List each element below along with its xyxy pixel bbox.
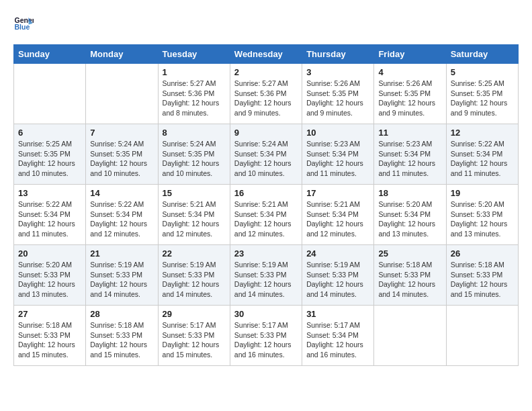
day-content: Sunrise: 5:17 AM Sunset: 5:33 PM Dayligh… (163, 320, 226, 360)
calendar-cell: 25Sunrise: 5:18 AM Sunset: 5:33 PM Dayli… (374, 245, 446, 306)
day-number: 9 (234, 128, 298, 138)
day-content: Sunrise: 5:17 AM Sunset: 5:33 PM Dayligh… (234, 320, 298, 360)
day-content: Sunrise: 5:20 AM Sunset: 5:33 PM Dayligh… (451, 199, 514, 239)
day-number: 2 (234, 67, 298, 77)
calendar-cell: 11Sunrise: 5:23 AM Sunset: 5:34 PM Dayli… (374, 124, 446, 185)
calendar-cell: 19Sunrise: 5:20 AM Sunset: 5:33 PM Dayli… (446, 185, 518, 245)
day-header-friday: Friday (374, 45, 446, 64)
day-number: 20 (18, 248, 81, 259)
calendar-table: SundayMondayTuesdayWednesdayThursdayFrid… (13, 44, 519, 366)
calendar-cell: 13Sunrise: 5:22 AM Sunset: 5:34 PM Dayli… (14, 185, 86, 245)
day-content: Sunrise: 5:19 AM Sunset: 5:33 PM Dayligh… (163, 260, 226, 300)
day-content: Sunrise: 5:27 AM Sunset: 5:36 PM Dayligh… (234, 79, 298, 118)
day-number: 23 (234, 248, 298, 259)
week-row-5: 27Sunrise: 5:18 AM Sunset: 5:33 PM Dayli… (14, 306, 519, 366)
calendar-cell: 28Sunrise: 5:18 AM Sunset: 5:33 PM Dayli… (86, 306, 158, 366)
day-number: 4 (378, 67, 441, 77)
calendar-cell: 26Sunrise: 5:18 AM Sunset: 5:33 PM Dayli… (446, 245, 518, 306)
day-content: Sunrise: 5:19 AM Sunset: 5:33 PM Dayligh… (90, 260, 153, 300)
calendar-cell: 27Sunrise: 5:18 AM Sunset: 5:33 PM Dayli… (14, 306, 86, 366)
calendar-cell (446, 306, 518, 366)
calendar-cell: 4Sunrise: 5:26 AM Sunset: 5:35 PM Daylig… (374, 64, 446, 124)
calendar-cell: 20Sunrise: 5:20 AM Sunset: 5:33 PM Dayli… (14, 245, 86, 306)
day-number: 8 (163, 128, 226, 138)
calendar-cell: 21Sunrise: 5:19 AM Sunset: 5:33 PM Dayli… (86, 245, 158, 306)
calendar-cell: 8Sunrise: 5:24 AM Sunset: 5:35 PM Daylig… (158, 124, 230, 185)
day-content: Sunrise: 5:17 AM Sunset: 5:34 PM Dayligh… (306, 320, 369, 360)
calendar-cell: 29Sunrise: 5:17 AM Sunset: 5:33 PM Dayli… (158, 306, 230, 366)
day-number: 1 (163, 67, 226, 77)
calendar-cell: 31Sunrise: 5:17 AM Sunset: 5:34 PM Dayli… (302, 306, 374, 366)
day-header-wednesday: Wednesday (230, 45, 302, 64)
day-number: 7 (90, 128, 153, 138)
day-content: Sunrise: 5:18 AM Sunset: 5:33 PM Dayligh… (451, 260, 514, 300)
day-header-sunday: Sunday (14, 45, 86, 64)
day-number: 21 (90, 248, 153, 259)
calendar-cell (14, 64, 86, 124)
calendar-cell: 30Sunrise: 5:17 AM Sunset: 5:33 PM Dayli… (230, 306, 302, 366)
day-number: 14 (90, 188, 153, 198)
day-header-tuesday: Tuesday (158, 45, 230, 64)
calendar-cell: 18Sunrise: 5:20 AM Sunset: 5:34 PM Dayli… (374, 185, 446, 245)
day-header-monday: Monday (86, 45, 158, 64)
day-number: 13 (18, 188, 81, 198)
day-content: Sunrise: 5:22 AM Sunset: 5:34 PM Dayligh… (18, 199, 81, 239)
day-content: Sunrise: 5:21 AM Sunset: 5:34 PM Dayligh… (306, 199, 369, 239)
day-number: 24 (306, 248, 369, 259)
day-content: Sunrise: 5:24 AM Sunset: 5:34 PM Dayligh… (234, 139, 298, 179)
calendar-cell: 3Sunrise: 5:26 AM Sunset: 5:35 PM Daylig… (302, 64, 374, 124)
day-number: 26 (451, 248, 514, 259)
day-number: 5 (451, 67, 514, 77)
day-content: Sunrise: 5:19 AM Sunset: 5:33 PM Dayligh… (234, 260, 298, 300)
calendar-cell (86, 64, 158, 124)
day-content: Sunrise: 5:25 AM Sunset: 5:35 PM Dayligh… (451, 79, 514, 118)
day-content: Sunrise: 5:20 AM Sunset: 5:34 PM Dayligh… (378, 199, 441, 239)
day-number: 3 (306, 67, 369, 77)
day-number: 22 (163, 248, 226, 259)
week-row-4: 20Sunrise: 5:20 AM Sunset: 5:33 PM Dayli… (14, 245, 519, 306)
day-number: 31 (306, 309, 369, 319)
day-content: Sunrise: 5:21 AM Sunset: 5:34 PM Dayligh… (234, 199, 298, 239)
calendar-cell: 16Sunrise: 5:21 AM Sunset: 5:34 PM Dayli… (230, 185, 302, 245)
day-content: Sunrise: 5:18 AM Sunset: 5:33 PM Dayligh… (90, 320, 153, 360)
calendar-cell: 14Sunrise: 5:22 AM Sunset: 5:34 PM Dayli… (86, 185, 158, 245)
header-row: SundayMondayTuesdayWednesdayThursdayFrid… (14, 45, 519, 64)
day-content: Sunrise: 5:24 AM Sunset: 5:35 PM Dayligh… (90, 139, 153, 179)
day-number: 10 (306, 128, 369, 138)
header: General Blue (13, 13, 519, 34)
day-number: 16 (234, 188, 298, 198)
day-number: 28 (90, 309, 153, 319)
day-header-thursday: Thursday (302, 45, 374, 64)
day-content: Sunrise: 5:18 AM Sunset: 5:33 PM Dayligh… (378, 260, 441, 300)
day-number: 15 (163, 188, 226, 198)
day-content: Sunrise: 5:26 AM Sunset: 5:35 PM Dayligh… (378, 79, 441, 118)
calendar-cell: 1Sunrise: 5:27 AM Sunset: 5:36 PM Daylig… (158, 64, 230, 124)
week-row-2: 6Sunrise: 5:25 AM Sunset: 5:35 PM Daylig… (14, 124, 519, 185)
svg-text:Blue: Blue (15, 23, 30, 31)
day-content: Sunrise: 5:26 AM Sunset: 5:35 PM Dayligh… (306, 79, 369, 118)
day-content: Sunrise: 5:19 AM Sunset: 5:33 PM Dayligh… (306, 260, 369, 300)
day-number: 29 (163, 309, 226, 319)
calendar-cell: 24Sunrise: 5:19 AM Sunset: 5:33 PM Dayli… (302, 245, 374, 306)
day-number: 19 (451, 188, 514, 198)
day-content: Sunrise: 5:18 AM Sunset: 5:33 PM Dayligh… (18, 320, 81, 360)
calendar-cell: 23Sunrise: 5:19 AM Sunset: 5:33 PM Dayli… (230, 245, 302, 306)
day-content: Sunrise: 5:23 AM Sunset: 5:34 PM Dayligh… (378, 139, 441, 179)
week-row-1: 1Sunrise: 5:27 AM Sunset: 5:36 PM Daylig… (14, 64, 519, 124)
calendar-cell: 12Sunrise: 5:22 AM Sunset: 5:34 PM Dayli… (446, 124, 518, 185)
day-number: 27 (18, 309, 81, 319)
day-content: Sunrise: 5:22 AM Sunset: 5:34 PM Dayligh… (90, 199, 153, 239)
day-number: 17 (306, 188, 369, 198)
day-content: Sunrise: 5:20 AM Sunset: 5:33 PM Dayligh… (18, 260, 81, 300)
calendar-cell: 17Sunrise: 5:21 AM Sunset: 5:34 PM Dayli… (302, 185, 374, 245)
day-content: Sunrise: 5:24 AM Sunset: 5:35 PM Dayligh… (163, 139, 226, 179)
day-number: 30 (234, 309, 298, 319)
calendar-cell: 2Sunrise: 5:27 AM Sunset: 5:36 PM Daylig… (230, 64, 302, 124)
day-number: 11 (378, 128, 441, 138)
day-number: 6 (18, 128, 81, 138)
calendar-cell: 6Sunrise: 5:25 AM Sunset: 5:35 PM Daylig… (14, 124, 86, 185)
week-row-3: 13Sunrise: 5:22 AM Sunset: 5:34 PM Dayli… (14, 185, 519, 245)
calendar-cell: 9Sunrise: 5:24 AM Sunset: 5:34 PM Daylig… (230, 124, 302, 185)
calendar-cell: 10Sunrise: 5:23 AM Sunset: 5:34 PM Dayli… (302, 124, 374, 185)
calendar-cell: 7Sunrise: 5:24 AM Sunset: 5:35 PM Daylig… (86, 124, 158, 185)
